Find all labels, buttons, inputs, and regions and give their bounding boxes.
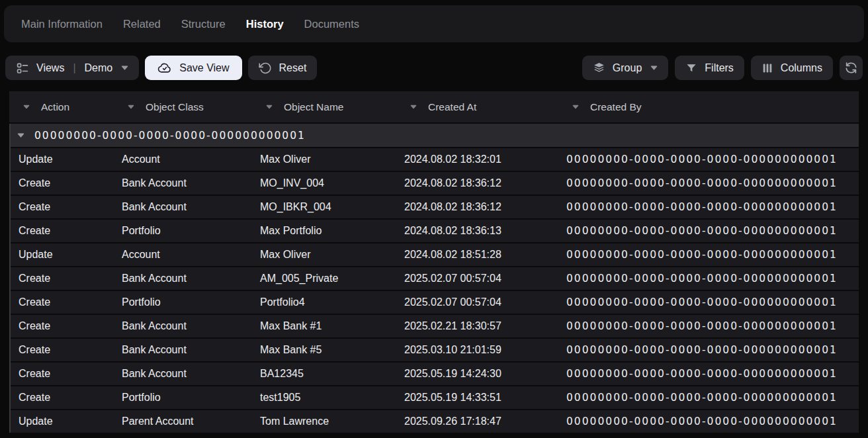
table-row[interactable]: Create Bank Account BA12345 2025.05.19 1… [11, 363, 859, 385]
triangle-down-icon[interactable] [410, 105, 417, 109]
views-separator: | [73, 62, 75, 74]
cell-object-name: test1905 [252, 392, 396, 404]
cell-created-at: 2025.05.19 14:33:51 [396, 392, 558, 404]
column-header-object-name[interactable]: Object Name [252, 101, 396, 113]
cell-created-at: 2024.08.02 18:51:28 [396, 249, 558, 261]
cell-created-at: 2024.08.02 18:36:13 [396, 225, 558, 237]
cell-object-name: Max Bank #5 [252, 344, 396, 356]
cell-object-name: Max Portfolio [252, 225, 396, 237]
triangle-down-icon[interactable] [17, 133, 24, 138]
cell-created-at: 2025.02.07 00:57:04 [396, 296, 558, 308]
group-header-label: 00000000-0000-0000-0000-000000000001 [34, 130, 306, 142]
cell-created-by: 00000000-0000-0000-0000-000000000001 [558, 296, 859, 308]
cell-action: Update [11, 249, 114, 261]
group-button[interactable]: Group [582, 56, 668, 80]
reset-label: Reset [279, 62, 307, 74]
cell-created-at: 2024.08.02 18:32:01 [396, 153, 558, 165]
group-header-row[interactable]: 00000000-0000-0000-0000-000000000001 [11, 124, 859, 147]
cell-action: Create [11, 320, 114, 332]
column-header-label: Action [41, 101, 69, 113]
cell-object-name: MO_IBKR_004 [252, 201, 396, 213]
cell-created-at: 2024.08.02 18:36:12 [396, 177, 558, 189]
cell-created-at: 2025.02.07 00:57:04 [396, 273, 558, 285]
filters-button[interactable]: Filters [675, 56, 744, 80]
column-header-label: Object Class [146, 101, 204, 113]
cell-object-class: Bank Account [114, 368, 252, 380]
cell-created-by: 00000000-0000-0000-0000-000000000001 [558, 344, 859, 356]
triangle-down-icon[interactable] [266, 105, 273, 109]
columns-icon [761, 62, 773, 74]
cell-object-class: Portfolio [114, 225, 252, 237]
cell-object-name: BA12345 [252, 368, 396, 380]
tab-structure[interactable]: Structure [181, 18, 226, 30]
refresh-button[interactable] [840, 56, 863, 80]
chevron-down-icon [121, 66, 128, 70]
cell-object-name: Max Oliver [252, 153, 396, 165]
cell-action: Create [11, 177, 114, 189]
cell-created-at: 2025.05.19 14:24:30 [396, 368, 558, 380]
table-row[interactable]: Create Bank Account Max Bank #5 2025.03.… [11, 339, 859, 361]
cell-created-by: 00000000-0000-0000-0000-000000000001 [558, 392, 859, 404]
cell-object-class: Bank Account [114, 344, 252, 356]
views-current-value: Demo [85, 62, 113, 74]
filters-label: Filters [705, 62, 734, 74]
toolbar: Views|Demo Save View Reset [5, 56, 863, 80]
cell-object-name: Tom Lawrence [252, 416, 396, 427]
cell-created-by: 00000000-0000-0000-0000-000000000001 [558, 225, 859, 237]
cell-action: Create [11, 392, 114, 404]
column-header-action[interactable]: Action [9, 101, 114, 113]
history-table: Action Object Class Object Name Created … [9, 91, 859, 434]
cell-action: Create [11, 201, 114, 213]
save-view-label: Save View [179, 62, 229, 74]
table-row[interactable]: Create Portfolio Portfolio4 2025.02.07 0… [11, 291, 859, 314]
cell-object-class: Bank Account [114, 273, 252, 285]
cell-created-by: 00000000-0000-0000-0000-000000000001 [558, 249, 859, 261]
cell-action: Create [11, 273, 114, 285]
triangle-down-icon[interactable] [23, 105, 30, 109]
cell-object-name: AM_005_Private [252, 273, 396, 285]
rotate-ccw-icon [259, 62, 272, 75]
tab-main-information[interactable]: Main Information [21, 18, 103, 30]
table-row[interactable]: Update Account Max Oliver 2024.08.02 18:… [11, 243, 859, 266]
cell-object-class: Parent Account [114, 416, 252, 427]
cloud-check-icon [157, 61, 172, 75]
cell-object-name: Portfolio4 [252, 296, 396, 308]
tab-history[interactable]: History [246, 18, 284, 30]
triangle-down-icon[interactable] [128, 105, 134, 109]
cell-created-at: 2025.03.10 21:01:59 [396, 344, 558, 356]
reset-button[interactable]: Reset [248, 56, 318, 80]
table-row[interactable]: Create Bank Account AM_005_Private 2025.… [11, 267, 859, 290]
chevron-down-icon [650, 66, 658, 70]
layers-icon [593, 62, 605, 74]
table-row[interactable]: Create Portfolio test1905 2025.05.19 14:… [11, 386, 859, 409]
column-header-created-by[interactable]: Created By [558, 101, 859, 113]
cell-action: Create [11, 296, 114, 308]
table-row[interactable]: Update Account Max Oliver 2024.08.02 18:… [11, 148, 859, 171]
cell-object-name: MO_INV_004 [252, 177, 396, 189]
group-label: Group [613, 62, 642, 74]
tab-related[interactable]: Related [123, 18, 161, 30]
column-header-label: Created By [590, 101, 642, 113]
cell-object-class: Portfolio [114, 296, 252, 308]
table-row[interactable]: Create Bank Account Max Bank #1 2025.02.… [11, 315, 859, 337]
cell-created-by: 00000000-0000-0000-0000-000000000001 [558, 368, 859, 380]
columns-button[interactable]: Columns [751, 56, 833, 80]
table-row[interactable]: Update Parent Account Tom Lawrence 2025.… [11, 410, 859, 433]
cell-object-class: Bank Account [114, 201, 252, 213]
table-body: 00000000-0000-0000-0000-000000000001 Upd… [9, 124, 859, 433]
views-selector-button[interactable]: Views|Demo [5, 56, 139, 80]
column-header-created-at[interactable]: Created At [396, 101, 558, 113]
table-header-row: Action Object Class Object Name Created … [9, 91, 859, 122]
refresh-sync-icon [844, 61, 858, 75]
table-row[interactable]: Create Portfolio Max Portfolio 2024.08.0… [11, 220, 859, 242]
cell-action: Create [11, 368, 114, 380]
columns-label: Columns [781, 62, 822, 74]
column-header-object-class[interactable]: Object Class [114, 101, 252, 113]
table-row[interactable]: Create Bank Account MO_INV_004 2024.08.0… [11, 172, 859, 195]
save-view-button[interactable]: Save View [145, 56, 241, 80]
table-row[interactable]: Create Bank Account MO_IBKR_004 2024.08.… [11, 196, 859, 218]
cell-object-class: Bank Account [114, 177, 252, 189]
triangle-down-icon[interactable] [572, 105, 579, 109]
tab-documents[interactable]: Documents [304, 18, 359, 30]
cell-created-by: 00000000-0000-0000-0000-000000000001 [558, 177, 859, 189]
